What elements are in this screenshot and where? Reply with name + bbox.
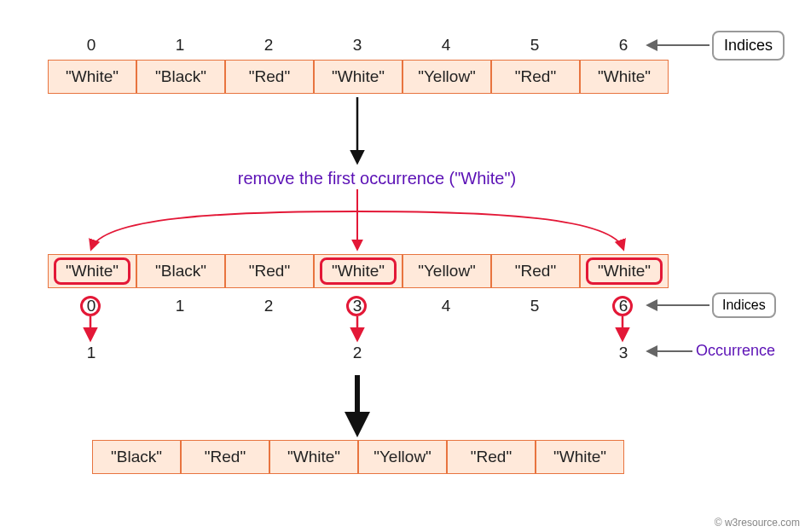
array1-index: 5 <box>522 36 547 55</box>
array1-index: 4 <box>433 36 459 55</box>
occurrence-number: 2 <box>345 344 370 362</box>
highlight-index-ring <box>80 296 101 316</box>
array2-index: 4 <box>433 297 459 315</box>
result-cell: "Red" <box>447 440 536 474</box>
watermark: © w3resource.com <box>715 517 800 529</box>
array1-cell: "Red" <box>491 60 580 94</box>
array2-cell: "Red" <box>491 254 580 288</box>
array1-cell: "Yellow" <box>402 60 491 94</box>
array2-index: 5 <box>522 297 547 315</box>
result-cell: "Red" <box>181 440 269 474</box>
highlight-index-ring <box>612 296 633 316</box>
indices-label-top: Indices <box>712 31 785 61</box>
array2-index: 1 <box>167 297 193 315</box>
highlight-cell-ring <box>586 257 663 285</box>
result-cell: "White" <box>536 440 624 474</box>
highlight-cell-ring <box>320 257 397 285</box>
highlight-cell-ring <box>54 257 130 285</box>
array1-cell: "Black" <box>136 60 225 94</box>
array1-index: 3 <box>345 36 370 55</box>
occurrence-number: 1 <box>78 344 104 362</box>
array1-cell: "White" <box>48 60 136 94</box>
array1-index: 6 <box>611 36 636 55</box>
array2-cell: "Yellow" <box>402 254 491 288</box>
indices-label-middle: Indices <box>712 292 776 318</box>
result-cell: "Black" <box>92 440 181 474</box>
array1-cell: "Red" <box>225 60 314 94</box>
array1-index: 0 <box>78 36 104 55</box>
array2-index: 2 <box>256 297 281 315</box>
action-title: remove the first occurrence ("White") <box>223 169 530 188</box>
occurrence-label: Occurrence <box>696 342 775 360</box>
array2-cell: "Red" <box>225 254 314 288</box>
result-cell: "Yellow" <box>358 440 447 474</box>
result-cell: "White" <box>269 440 358 474</box>
occurrence-number: 3 <box>611 344 636 362</box>
array1-index: 2 <box>256 36 281 55</box>
array1-index: 1 <box>167 36 193 55</box>
highlight-index-ring <box>346 296 367 316</box>
array1-cell: "White" <box>314 60 402 94</box>
array2-cell: "Black" <box>136 254 225 288</box>
array1-cell: "White" <box>580 60 669 94</box>
